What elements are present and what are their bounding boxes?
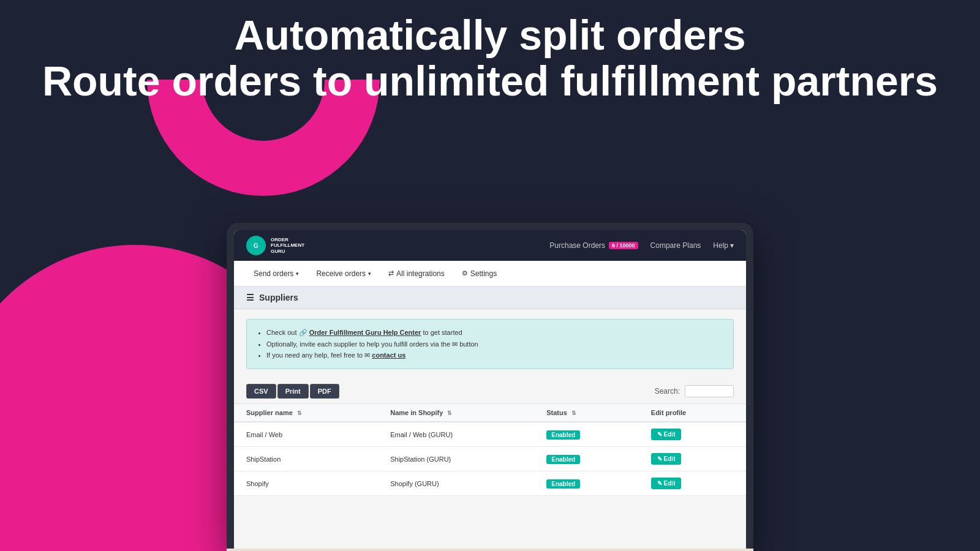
app-subnav: Send orders ▾ Receive orders ▾ ⇄ All int… — [234, 261, 746, 287]
compare-plans-link[interactable]: Compare Plans — [650, 241, 701, 250]
send-orders-chevron-icon: ▾ — [296, 271, 299, 277]
section-header: ☰ Suppliers — [234, 287, 746, 309]
info-line-2: Optionally, invite each supplier to help… — [266, 339, 723, 350]
cell-edit: ✎ Edit — [639, 447, 746, 471]
cell-edit: ✎ Edit — [639, 422, 746, 447]
chevron-down-icon: ▾ — [730, 241, 734, 250]
col-status: Status ⇅ — [534, 404, 639, 422]
logo-text: ORDER FULFILLMENT GURU — [271, 237, 304, 255]
info-box: Check out 🔗 Order Fulfillment Guru Help … — [246, 319, 734, 369]
headline-line1: Automatically split orders — [0, 12, 980, 58]
print-button[interactable]: Print — [277, 384, 309, 399]
info-line-3: If you need any help, feel free to ✉ con… — [266, 350, 723, 361]
sort-icon-shopify: ⇅ — [447, 410, 452, 416]
search-input[interactable] — [685, 385, 734, 397]
table-row: Email / Web Email / Web (GURU) Enabled ✎… — [234, 422, 746, 447]
edit-button-1[interactable]: ✎ Edit — [651, 453, 682, 465]
email-icon-2: ✉ — [364, 351, 370, 359]
table-row: Shopify Shopify (GURU) Enabled ✎ Edit — [234, 471, 746, 496]
external-link-icon: 🔗 — [299, 329, 307, 336]
app-navbar: G ORDER FULFILLMENT GURU Purchase Orders… — [234, 230, 746, 261]
edit-button-0[interactable]: ✎ Edit — [651, 429, 682, 440]
help-link[interactable]: Help ▾ — [713, 241, 734, 250]
integrations-icon: ⇄ — [388, 269, 394, 277]
svg-text:G: G — [254, 242, 258, 249]
logo-icon: G — [246, 236, 266, 255]
cell-status: Enabled — [534, 471, 639, 496]
section-title: Suppliers — [259, 293, 298, 302]
app-logo: G ORDER FULFILLMENT GURU — [246, 236, 304, 255]
cell-status: Enabled — [534, 447, 639, 471]
table-row: ShipStation ShipStation (GURU) Enabled ✎… — [234, 447, 746, 471]
laptop-body: G ORDER FULFILLMENT GURU Purchase Orders… — [227, 223, 753, 549]
subnav-send-orders-label: Send orders — [254, 269, 293, 278]
edit-button-2[interactable]: ✎ Edit — [651, 478, 682, 489]
purchase-orders-button[interactable]: Purchase Orders 6 / 10000 — [549, 241, 638, 250]
table-header-row: Supplier name ⇅ Name in Shopify ⇅ Status… — [234, 404, 746, 422]
navbar-actions: Purchase Orders 6 / 10000 Compare Plans … — [549, 241, 734, 250]
subnav-all-integrations-label: All integrations — [396, 269, 445, 278]
guru-logo-svg: G — [250, 239, 262, 252]
laptop-base — [227, 549, 753, 551]
laptop-screen: G ORDER FULFILLMENT GURU Purchase Orders… — [234, 230, 746, 549]
subnav-receive-orders[interactable]: Receive orders ▾ — [309, 266, 379, 282]
cell-shopify-name: Shopify (GURU) — [378, 471, 534, 496]
cell-edit: ✎ Edit — [639, 471, 746, 496]
subnav-settings[interactable]: ⚙ Settings — [454, 266, 504, 282]
suppliers-table: Supplier name ⇅ Name in Shopify ⇅ Status… — [234, 403, 746, 496]
pdf-button[interactable]: PDF — [310, 384, 339, 399]
sort-icon-status: ⇅ — [571, 410, 576, 416]
subnav-send-orders[interactable]: Send orders ▾ — [246, 266, 306, 282]
info-line-1: Check out 🔗 Order Fulfillment Guru Help … — [266, 327, 723, 339]
help-center-link[interactable]: Order Fulfillment Guru Help Center — [309, 329, 421, 336]
status-badge: Enabled — [546, 455, 580, 464]
headline-line2: Route orders to unlimited fulfillment pa… — [0, 58, 980, 104]
search-label: Search: — [655, 387, 680, 395]
receive-orders-chevron-icon: ▾ — [368, 271, 371, 277]
subnav-settings-label: Settings — [470, 269, 497, 278]
cell-shopify-name: Email / Web (GURU) — [378, 422, 534, 447]
laptop-container: G ORDER FULFILLMENT GURU Purchase Orders… — [227, 223, 753, 551]
col-name-shopify: Name in Shopify ⇅ — [378, 404, 534, 422]
table-controls: CSV Print PDF Search: — [234, 379, 746, 403]
subnav-receive-orders-label: Receive orders — [316, 269, 366, 278]
cell-shopify-name: ShipStation (GURU) — [378, 447, 534, 471]
settings-gear-icon: ⚙ — [462, 269, 468, 277]
purchase-orders-badge: 6 / 10000 — [609, 242, 638, 249]
suppliers-icon: ☰ — [246, 293, 254, 302]
csv-button[interactable]: CSV — [246, 384, 276, 399]
status-badge: Enabled — [546, 430, 580, 440]
contact-us-link[interactable]: contact us — [372, 351, 405, 359]
cell-supplier-name: Email / Web — [234, 422, 378, 447]
suppliers-table-body: Email / Web Email / Web (GURU) Enabled ✎… — [234, 422, 746, 496]
col-supplier-name: Supplier name ⇅ — [234, 404, 378, 422]
col-edit-profile: Edit profile — [639, 404, 746, 422]
purchase-orders-label: Purchase Orders — [549, 241, 605, 250]
headline-area: Automatically split orders Route orders … — [0, 12, 980, 104]
subnav-all-integrations[interactable]: ⇄ All integrations — [381, 266, 452, 282]
email-icon: ✉ — [452, 340, 458, 348]
export-buttons: CSV Print PDF — [246, 384, 339, 399]
cell-status: Enabled — [534, 422, 639, 447]
search-area: Search: — [655, 385, 734, 397]
cell-supplier-name: ShipStation — [234, 447, 378, 471]
sort-icon-supplier: ⇅ — [297, 410, 302, 416]
status-badge: Enabled — [546, 479, 580, 489]
cell-supplier-name: Shopify — [234, 471, 378, 496]
